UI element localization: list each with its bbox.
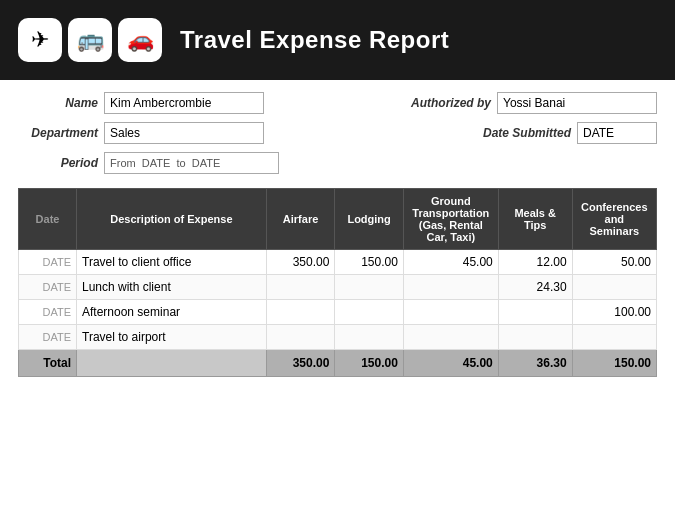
header-meals: Meals & Tips xyxy=(498,189,572,250)
expense-table-body: DATE Travel to client office 350.00 150.… xyxy=(19,250,657,350)
expense-table-section: Date Description of Expense Airfare Lodg… xyxy=(0,180,675,385)
date-submitted-input[interactable] xyxy=(577,122,657,144)
row3-meals xyxy=(498,300,572,325)
form-section: Name Authorized by Department Date Submi… xyxy=(0,80,675,180)
totals-lodging: 150.00 xyxy=(335,350,404,377)
period-row: Period xyxy=(18,152,657,174)
row4-desc: Travel to airport xyxy=(77,325,267,350)
row3-desc: Afternoon seminar xyxy=(77,300,267,325)
totals-desc-blank xyxy=(77,350,267,377)
row2-airfare xyxy=(266,275,335,300)
period-label: Period xyxy=(18,156,98,170)
auth-label: Authorized by xyxy=(401,96,491,110)
row4-airfare xyxy=(266,325,335,350)
row1-conf: 50.00 xyxy=(572,250,656,275)
row2-conf xyxy=(572,275,656,300)
header-conferences: Conferences andSeminars xyxy=(572,189,656,250)
auth-group: Authorized by xyxy=(401,92,657,114)
row3-date: DATE xyxy=(19,300,77,325)
row4-date: DATE xyxy=(19,325,77,350)
row1-ground: 45.00 xyxy=(403,250,498,275)
expense-table: Date Description of Expense Airfare Lodg… xyxy=(18,188,657,377)
row3-ground xyxy=(403,300,498,325)
totals-label: Total xyxy=(19,350,77,377)
dept-label: Department xyxy=(18,126,98,140)
page-header: ✈ 🚌 🚗 Travel Expense Report xyxy=(0,0,675,80)
row2-desc: Lunch with client xyxy=(77,275,267,300)
row3-lodging xyxy=(335,300,404,325)
name-label: Name xyxy=(18,96,98,110)
airplane-icon: ✈ xyxy=(18,18,62,62)
name-auth-row: Name Authorized by xyxy=(18,92,657,114)
row2-meals: 24.30 xyxy=(498,275,572,300)
table-row: DATE Travel to airport xyxy=(19,325,657,350)
table-row: DATE Travel to client office 350.00 150.… xyxy=(19,250,657,275)
dept-input[interactable] xyxy=(104,122,264,144)
row1-airfare: 350.00 xyxy=(266,250,335,275)
page-title: Travel Expense Report xyxy=(180,26,449,54)
header-airfare: Airfare xyxy=(266,189,335,250)
bus-icon: 🚌 xyxy=(68,18,112,62)
row1-date: DATE xyxy=(19,250,77,275)
header-date: Date xyxy=(19,189,77,250)
car-icon: 🚗 xyxy=(118,18,162,62)
row4-ground xyxy=(403,325,498,350)
row3-airfare xyxy=(266,300,335,325)
row1-lodging: 150.00 xyxy=(335,250,404,275)
table-row: DATE Afternoon seminar 100.00 xyxy=(19,300,657,325)
auth-input[interactable] xyxy=(497,92,657,114)
totals-meals: 36.30 xyxy=(498,350,572,377)
row2-ground xyxy=(403,275,498,300)
header-ground: Ground Transportation(Gas, Rental Car, T… xyxy=(403,189,498,250)
transport-icons: ✈ 🚌 🚗 xyxy=(18,18,162,62)
name-input[interactable] xyxy=(104,92,264,114)
table-header-row: Date Description of Expense Airfare Lodg… xyxy=(19,189,657,250)
totals-airfare: 350.00 xyxy=(266,350,335,377)
date-submitted-group: Date Submitted xyxy=(471,122,657,144)
totals-conferences: 150.00 xyxy=(572,350,656,377)
period-input[interactable] xyxy=(104,152,279,174)
row2-lodging xyxy=(335,275,404,300)
row2-date: DATE xyxy=(19,275,77,300)
totals-ground: 45.00 xyxy=(403,350,498,377)
dept-date-row: Department Date Submitted xyxy=(18,122,657,144)
row3-conf: 100.00 xyxy=(572,300,656,325)
header-lodging: Lodging xyxy=(335,189,404,250)
row4-lodging xyxy=(335,325,404,350)
table-row: DATE Lunch with client 24.30 xyxy=(19,275,657,300)
header-description: Description of Expense xyxy=(77,189,267,250)
row4-conf xyxy=(572,325,656,350)
row1-desc: Travel to client office xyxy=(77,250,267,275)
row1-meals: 12.00 xyxy=(498,250,572,275)
date-submitted-label: Date Submitted xyxy=(471,126,571,140)
row4-meals xyxy=(498,325,572,350)
totals-row: Total 350.00 150.00 45.00 36.30 150.00 xyxy=(19,350,657,377)
